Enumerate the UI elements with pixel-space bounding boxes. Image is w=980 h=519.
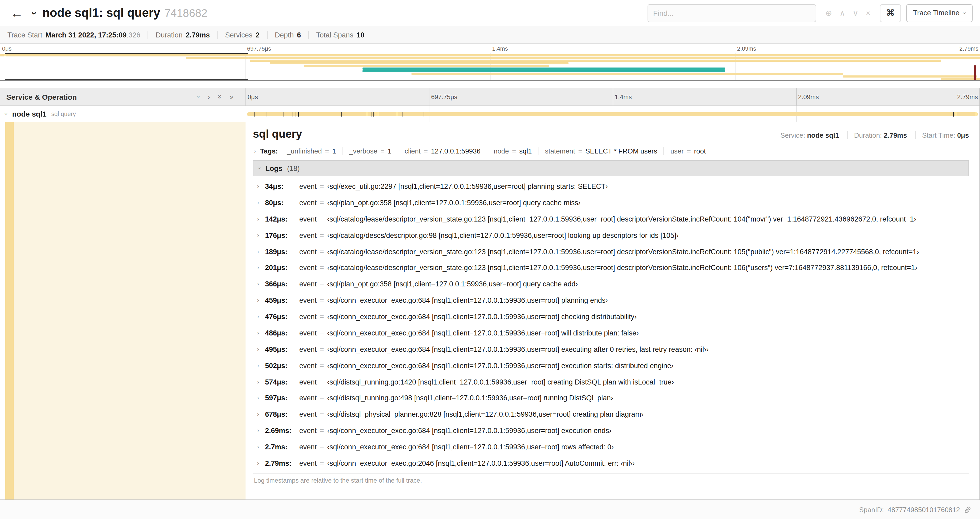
time-tick-label: 697.75μs (431, 93, 457, 101)
log-timestamp: 189μs: (265, 248, 294, 257)
chevron-right-icon: › (257, 395, 265, 402)
log-entry[interactable]: › 502μs: event = ‹sql/conn_executor_exec… (253, 358, 969, 374)
detail-meta: Service: node sql1 Duration: 2.79ms Star… (774, 131, 969, 139)
chevron-right-icon[interactable]: › (208, 93, 210, 101)
span-bar-area[interactable] (245, 106, 980, 122)
chevron-down-icon[interactable]: › (195, 96, 203, 98)
log-timestamp: 142μs: (265, 215, 294, 224)
log-value: ‹sql/catalog/lease/descriptor_version_st… (327, 264, 917, 273)
log-entry[interactable]: › 2.7ms: event = ‹sql/conn_executor_exec… (253, 439, 969, 456)
detail-title: sql query (253, 128, 302, 140)
tag-item: _unfinished=1 (280, 147, 342, 155)
minimap-span-bar (186, 57, 980, 59)
collapse-controls: › › » » (197, 93, 234, 101)
log-key: event (299, 199, 317, 208)
link-icon[interactable] (964, 506, 972, 513)
prev-result-icon[interactable]: ∧ (839, 8, 845, 18)
chevron-right-icon: › (257, 427, 265, 434)
double-chevron-right-icon[interactable]: » (230, 93, 234, 101)
zoom-plus-icon[interactable]: ⊕ (826, 8, 832, 18)
log-timestamp: 486μs: (265, 329, 294, 338)
log-key: event (299, 231, 317, 240)
log-key: event (299, 248, 317, 257)
log-marker-tick (976, 112, 976, 117)
collapse-span-icon[interactable]: › (3, 113, 10, 115)
chevron-down-icon: › (961, 12, 969, 14)
trace-view-dropdown[interactable]: Trace Timeline › (906, 4, 973, 22)
clear-find-icon[interactable]: × (865, 8, 870, 18)
log-entry[interactable]: › 142μs: event = ‹sql/catalog/lease/desc… (253, 211, 969, 228)
keyboard-shortcuts-button[interactable]: ⌘ (880, 4, 901, 22)
span-name-cell[interactable]: › node sql1 sql query (0, 106, 245, 122)
log-key: event (299, 182, 317, 192)
log-marker-tick (292, 112, 293, 117)
tag-item: _verbose=1 (342, 147, 398, 155)
time-tick-label: 2.79ms (959, 45, 978, 52)
summary-item: Trace StartMarch 31 2022, 17:25:09.326 (6, 31, 148, 39)
tag-item: user=root (663, 147, 712, 155)
jaeger-trace-page: ← › node sql1: sql query7418682 ⊕ ∧ ∨ × … (0, 0, 980, 519)
minimap-span-bar (363, 70, 725, 72)
minimap-canvas[interactable] (0, 53, 980, 81)
log-entry[interactable]: › 678μs: event = ‹sql/distsql_physical_p… (253, 407, 969, 423)
summary-item: Duration2.79ms (148, 31, 217, 39)
log-entry[interactable]: › 459μs: event = ‹sql/conn_executor_exec… (253, 293, 969, 309)
chevron-right-icon: › (257, 183, 265, 190)
chevron-right-icon: › (257, 330, 265, 337)
collapse-trace-icon[interactable]: › (29, 11, 40, 15)
log-entry[interactable]: › 80μs: event = ‹sql/plan_opt.go:358 [ns… (253, 195, 969, 211)
log-key: event (299, 459, 317, 468)
find-input[interactable] (647, 4, 816, 22)
log-entry[interactable]: › 366μs: event = ‹sql/plan_opt.go:358 [n… (253, 277, 969, 293)
log-value: ‹sql/conn_executor_exec.go:684 [nsql1,cl… (327, 443, 614, 452)
log-entry[interactable]: › 201μs: event = ‹sql/catalog/lease/desc… (253, 260, 969, 277)
log-entry[interactable]: › 2.79ms: event = ‹sql/conn_executor_exe… (253, 456, 969, 472)
service-operation-label: Service & Operation (6, 93, 77, 101)
detail-header: sql query Service: node sql1 Duration: 2… (253, 128, 969, 140)
double-chevron-down-icon[interactable]: » (216, 95, 224, 99)
log-entry[interactable]: › 176μs: event = ‹sql/catalog/descs/desc… (253, 228, 969, 244)
minimap-tick-labels: 0μs697.75μs1.4ms2.09ms2.79ms (0, 44, 980, 53)
log-value: ‹sql/catalog/descs/descriptor.go:98 [nsq… (327, 231, 679, 240)
chevron-right-icon: › (257, 248, 265, 256)
log-marker-tick (375, 112, 376, 117)
back-button[interactable]: ← (7, 6, 26, 20)
log-entry[interactable]: › 486μs: event = ‹sql/conn_executor_exec… (253, 326, 969, 342)
log-entry[interactable]: › 574μs: event = ‹sql/distsql_running.go… (253, 374, 969, 391)
top-bar: ← › node sql1: sql query7418682 ⊕ ∧ ∨ × … (0, 0, 980, 26)
service-operation-header: Service & Operation › › » » (0, 88, 245, 105)
meta-duration: Duration: 2.79ms (847, 131, 907, 139)
log-entry[interactable]: › 476μs: event = ‹sql/conn_executor_exec… (253, 309, 969, 326)
chevron-right-icon: › (257, 297, 265, 304)
log-value: ‹sql/conn_executor_exec.go:684 [nsql1,cl… (327, 313, 637, 322)
chevron-right-icon: › (257, 232, 265, 239)
log-key: event (299, 394, 317, 403)
log-entry[interactable]: › 2.69ms: event = ‹sql/conn_executor_exe… (253, 423, 969, 439)
next-result-icon[interactable]: ∨ (853, 8, 858, 18)
ruler-divider (612, 88, 613, 105)
log-note: Log timestamps are relative to the start… (253, 473, 969, 489)
span-row[interactable]: › node sql1 sql query (0, 106, 980, 122)
minimap-selection[interactable] (5, 53, 248, 80)
logs-list: › 34μs: event = ‹sql/exec_util.go:2297 [… (253, 179, 969, 472)
log-timestamp: 2.69ms: (265, 427, 294, 436)
log-key: event (299, 313, 317, 322)
span-operation-name: sql query (51, 111, 76, 117)
log-key: event (299, 410, 317, 420)
log-entry[interactable]: › 495μs: event = ‹sql/conn_executor_exec… (253, 342, 969, 358)
logs-accordion-header[interactable]: › Logs (18) (253, 160, 969, 176)
tags-accordion[interactable]: › Tags: _unfinished=1 _verbose=1 client=… (253, 144, 969, 159)
log-key: event (299, 378, 317, 387)
minimap-scrubber[interactable] (974, 65, 976, 80)
log-entry[interactable]: › 189μs: event = ‹sql/catalog/lease/desc… (253, 244, 969, 260)
log-timestamp: 502μs: (265, 362, 294, 370)
span-detail-row: sql query Service: node sql1 Duration: 2… (0, 122, 980, 500)
minimap-span-bar (412, 73, 843, 75)
log-timestamp: 678μs: (265, 410, 294, 420)
log-entry[interactable]: › 597μs: event = ‹sql/distsql_running.go… (253, 391, 969, 407)
log-marker-tick (402, 112, 403, 117)
log-value: ‹sql/conn_executor_exec.go:684 [nsql1,cl… (327, 329, 639, 338)
bottom-bar: SpanID: 4877749850101760812 (0, 500, 980, 519)
log-key: event (299, 362, 317, 370)
log-entry[interactable]: › 34μs: event = ‹sql/exec_util.go:2297 [… (253, 179, 969, 195)
